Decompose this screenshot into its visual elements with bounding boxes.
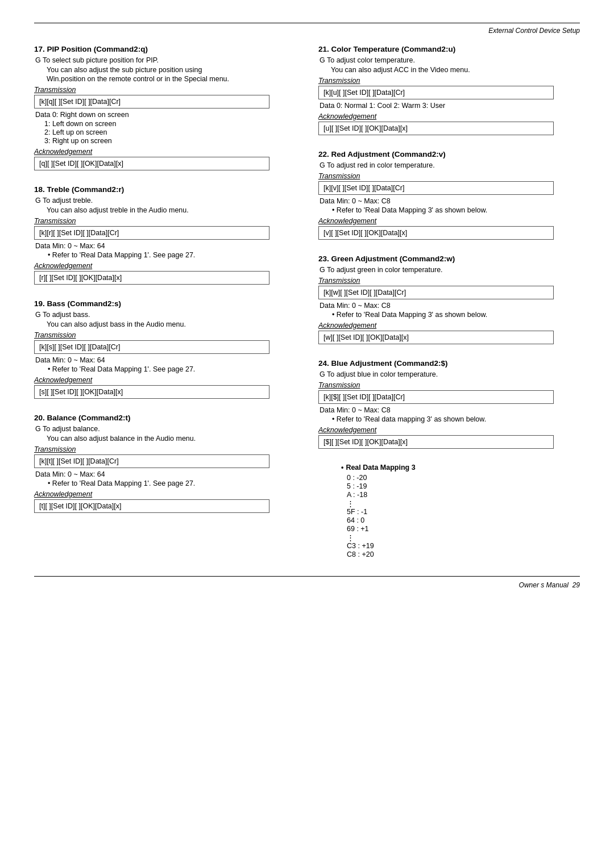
rdm-row-0: 0 : -20 [347,474,580,482]
sec24-ack-code: [$][ ][Set ID][ ][OK][Data][x] [318,435,554,449]
sec17-trans-code: [k][q][ ][Set ID][ ][Data][Cr] [34,95,269,108]
sec17-data-3: 3: Right up on screen [44,137,296,145]
footer-label: Owner s Manual 29 [519,581,580,589]
sec19-bullet: Refer to 'Real Data Mapping 1'. See page… [48,365,296,373]
sec18-data-0: Data Min: 0 ~ Max: 64 [35,242,296,250]
rdm-row-4: 64 : 0 [347,516,580,524]
rdm-row-2: A : -18 [347,491,580,499]
sec19-desc-g: G To adjust bass. [35,311,296,319]
sec21-trans-label: Transmission [318,77,580,85]
rdm-row-7: C8 : +20 [347,550,580,558]
sec23-ack-code: [w][ ][Set ID][ ][OK][Data][x] [318,331,554,344]
left-column: 17. PIP Position (Command2:q) G To selec… [34,45,296,559]
sec18-ack-label: Acknowledgement [34,262,296,270]
sec19-trans-code: [k][s][ ][Set ID][ ][Data][Cr] [34,340,269,354]
sec17-data-0: Data 0: Right down on screen [35,111,296,119]
sec21-data-0: Data 0: Normal 1: Cool 2: Warm 3: User [320,102,580,110]
section-18: 18. Treble (Command2:r) G To adjust treb… [34,185,296,287]
sec24-ack-label: Acknowledgement [318,426,580,434]
section-23: 23. Green Adjustment (Command2:w) G To a… [318,254,580,347]
bottom-rule [34,576,580,577]
sec21-extra-0: You can also adjust ACC in the Video men… [331,66,580,74]
sec24-trans-label: Transmission [318,381,580,389]
rdm-title: •Real Data Mapping 3 [341,464,580,471]
right-column: 21. Color Temperature (Command2:u) G To … [318,45,580,559]
sec19-ack-label: Acknowledgement [34,376,296,384]
sec24-data-0: Data Min: 0 ~ Max: C8 [320,406,580,414]
rdm-row-5: 69 : +1 [347,525,580,533]
header-label: External Control Device Setup [488,27,580,35]
sec23-trans-code: [k][w][ ][Set ID][ ][Data][Cr] [318,286,554,299]
sec22-bullet: Refer to 'Real Data Mapping 3' as shown … [332,206,580,214]
sec17-data-1: 1: Left down on screen [44,120,296,128]
sec22-desc-g: G To adjust red in color temperature. [320,161,580,169]
sec23-data-0: Data Min: 0 ~ Max: C8 [320,302,580,310]
sec18-bullet: Refer to 'Real Data Mapping 1'. See page… [48,251,296,259]
sec22-ack-label: Acknowledgement [318,217,580,225]
sec18-ack-code: [r][ ][Set ID][ ][OK][Data][x] [34,271,269,285]
sec21-ack-code: [u][ ][Set ID][ ][OK][Data][x] [318,122,554,135]
sec20-ack-code: [t][ ][Set ID][ ][OK][Data][x] [34,499,269,513]
sec17-ack-label: Acknowledgement [34,148,296,156]
sec22-title: 22. Red Adjustment (Command2:v) [318,150,580,158]
sec23-bullet: Refer to 'Real Data Mapping 3' as shown … [332,311,580,319]
sec21-title: 21. Color Temperature (Command2:u) [318,45,580,53]
real-data-mapping: •Real Data Mapping 3 0 : -20 5 : -19 A :… [341,464,580,558]
page-footer: Owner s Manual 29 [34,581,580,589]
section-19: 19. Bass (Command2:s) G To adjust bass. … [34,299,296,401]
sec19-trans-label: Transmission [34,331,296,339]
sec17-data-2: 2: Left up on screen [44,128,296,136]
rdm-dots-1: ⋮ [347,499,580,508]
sec22-trans-label: Transmission [318,172,580,180]
main-content: 17. PIP Position (Command2:q) G To selec… [34,45,580,559]
sec17-extra-1: Win.position on the remote control or in… [47,75,296,83]
sec24-title: 24. Blue Adjustment (Command2:$) [318,359,580,368]
sec18-trans-code: [k][r][ ][Set ID][ ][Data][Cr] [34,226,269,240]
sec20-ack-label: Acknowledgement [34,490,296,498]
rdm-dots-2: ⋮ [347,533,580,542]
section-24: 24. Blue Adjustment (Command2:$) G To ad… [318,359,580,451]
sec24-bullet: Refer to 'Real data mapping 3' as shown … [332,415,580,423]
sec23-trans-label: Transmission [318,277,580,285]
sec23-title: 23. Green Adjustment (Command2:w) [318,254,580,263]
sec21-trans-code: [k][u][ ][Set ID][ ][Data][Cr] [318,86,554,99]
page: External Control Device Setup 17. PIP Po… [0,0,614,868]
sec20-trans-code: [k][t][ ][Set ID][ ][Data][Cr] [34,454,269,468]
page-header: External Control Device Setup [34,27,580,35]
sec20-bullet: Refer to 'Real Data Mapping 1'. See page… [48,479,296,487]
sec19-title: 19. Bass (Command2:s) [34,299,296,308]
sec24-trans-code: [k][$][ ][Set ID][ ][Data][Cr] [318,390,554,404]
sec22-data-0: Data Min: 0 ~ Max: C8 [320,197,580,205]
section-22: 22. Red Adjustment (Command2:v) G To adj… [318,150,580,242]
section-20: 20. Balance (Command2:t) G To adjust bal… [34,414,296,515]
sec20-title: 20. Balance (Command2:t) [34,414,296,422]
sec18-extra-0: You can also adjust treble in the Audio … [47,206,296,214]
sec17-trans-label: Transmission [34,86,296,94]
rdm-row-3: 5F : -1 [347,508,580,516]
sec18-title: 18. Treble (Command2:r) [34,185,296,194]
sec20-trans-label: Transmission [34,445,296,453]
sec18-trans-label: Transmission [34,217,296,225]
sec19-ack-code: [s][ ][Set ID][ ][OK][Data][x] [34,385,269,399]
section-17: 17. PIP Position (Command2:q) G To selec… [34,45,296,173]
sec17-ack-code: [q][ ][Set ID][ ][OK][Data][x] [34,157,269,170]
sec19-data-0: Data Min: 0 ~ Max: 64 [35,356,296,364]
sec20-desc-g: G To adjust balance. [35,425,296,433]
sec24-desc-g: G To adjust blue in color temperature. [320,370,580,378]
rdm-row-1: 5 : -19 [347,482,580,490]
rdm-row-6: C3 : +19 [347,542,580,550]
sec21-desc-g: G To adjust color temperature. [320,56,580,64]
section-21: 21. Color Temperature (Command2:u) G To … [318,45,580,137]
sec17-extra-0: You can also adjust the sub picture posi… [47,66,296,74]
sec17-title: 17. PIP Position (Command2:q) [34,45,296,53]
sec23-ack-label: Acknowledgement [318,322,580,329]
sec18-desc-g: G To adjust treble. [35,197,296,205]
sec17-desc-g: G To select sub picture position for PIP… [35,56,296,64]
sec22-ack-code: [v][ ][Set ID][ ][OK][Data][x] [318,226,554,240]
sec20-extra-0: You can also adjust balance in the Audio… [47,435,296,443]
top-rule [34,23,580,23]
sec20-data-0: Data Min: 0 ~ Max: 64 [35,470,296,478]
sec21-ack-label: Acknowledgement [318,112,580,120]
sec19-extra-0: You can also adjust bass in the Audio me… [47,320,296,328]
sec23-desc-g: G To adjust green in color temperature. [320,266,580,274]
